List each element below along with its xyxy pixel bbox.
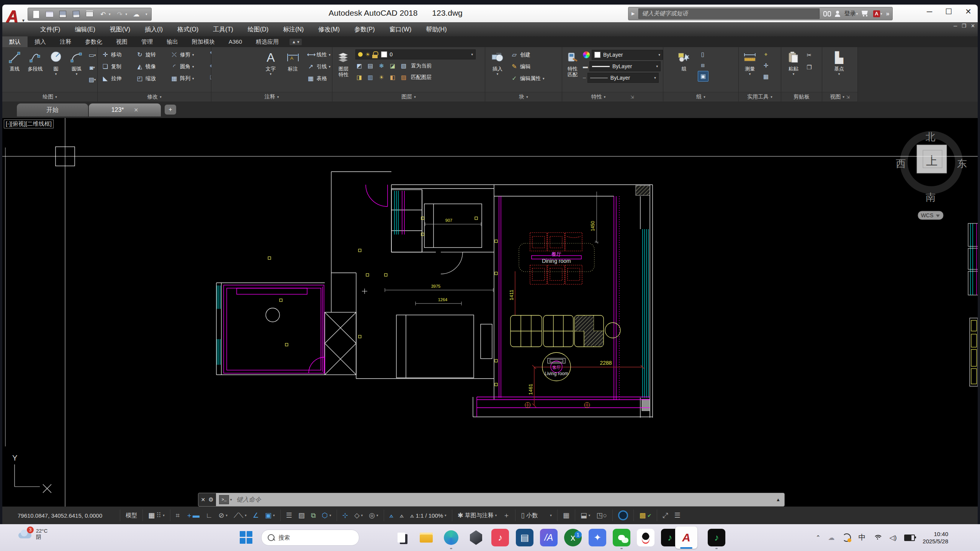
object-snap-tracking-button[interactable]: ∠ [250, 511, 262, 520]
command-dock-grip[interactable]: ✕ ⚙ [198, 493, 216, 506]
cloud-tool-button[interactable]: ☁ [132, 10, 141, 18]
menu-parametric[interactable]: 参数(P) [347, 22, 382, 36]
gizmo-button[interactable]: ◎▾ [366, 511, 381, 520]
help-search-input[interactable]: 键入关键字或短语 [638, 8, 820, 19]
close-button[interactable]: ✕ [965, 7, 972, 16]
measure-dropdown-icon[interactable]: ▾ [749, 72, 751, 76]
open-file-button[interactable] [45, 10, 54, 18]
signin-dropdown-icon[interactable]: ▾ [856, 12, 858, 16]
file-tab-close-icon[interactable]: ✕ [134, 107, 139, 113]
menu-dimension[interactable]: 标注(N) [276, 22, 311, 36]
doc-restore-icon[interactable]: ❐ [962, 23, 966, 29]
ime-indicator[interactable]: 中 [859, 533, 866, 543]
dynamic-input-button[interactable]: ＋▬ [183, 511, 203, 520]
arc-dropdown-icon[interactable]: ▾ [76, 72, 78, 76]
panel-label-layers[interactable]: 图层▾ [332, 92, 485, 102]
music-downloader2-icon[interactable]: ♪ [708, 529, 725, 546]
redo-dropdown-icon[interactable]: ▾ [126, 12, 128, 16]
doc-minimize-icon[interactable]: ─ [954, 23, 957, 29]
snap-mode-button[interactable]: ⌗ [173, 512, 183, 520]
search-binoculars-icon[interactable] [823, 11, 831, 16]
onedrive-cloud-icon[interactable]: ☁ [828, 534, 835, 542]
ribbon-tab-annotate[interactable]: 注释 [53, 36, 78, 47]
wechat-icon[interactable] [613, 529, 630, 546]
annotation-scale-button[interactable]: ⟑1:1 / 100%▾ [407, 512, 449, 520]
search-expand-icon[interactable]: ▶ [632, 11, 635, 16]
ribbon-tab-parametric[interactable]: 参数化 [78, 36, 109, 47]
clock-display[interactable]: 10:40 2025/5/28 [923, 530, 948, 545]
undo-button[interactable]: ↶ [99, 10, 107, 18]
undo-dropdown-icon[interactable]: ▾ [109, 12, 111, 16]
fillet-button[interactable]: ◜圆角▾ [169, 61, 207, 72]
panel-label-properties[interactable]: 特性▾⇲ [562, 92, 663, 102]
autodesk-exchange-icon[interactable]: A [873, 10, 880, 17]
arc-button[interactable]: 圆弧 ▾ [67, 49, 87, 76]
rotate-button[interactable]: ↻旋转 [134, 49, 169, 61]
linear-dim-button[interactable]: ⟷线性▾ [305, 49, 332, 61]
annotation-monitor-button[interactable]: ＋ [500, 511, 513, 520]
menu-window[interactable]: 窗口(W) [382, 22, 419, 36]
view-expander-icon[interactable]: ⇲ [846, 95, 850, 100]
edit-attributes-button[interactable]: ✓编辑属性▾ [509, 72, 546, 84]
panel-label-block[interactable]: 块▾ [485, 92, 562, 102]
menu-format[interactable]: 格式(O) [170, 22, 206, 36]
command-wrench-icon[interactable]: ⚙ [208, 496, 213, 503]
file-explorer-icon[interactable] [417, 529, 435, 546]
edge-browser-icon[interactable] [442, 529, 460, 546]
ribbon-tab-home[interactable]: 默认 [2, 36, 28, 47]
transparency-button[interactable]: ▨ [295, 511, 308, 520]
battery-icon[interactable] [904, 535, 915, 541]
cut-scissors-icon[interactable]: ✂ [804, 50, 814, 60]
layer-isolate-icon[interactable]: ◩ [355, 61, 363, 71]
layer-freeze-icon[interactable]: ❄ [378, 61, 385, 71]
stretch-button[interactable]: ◣拉伸 [100, 72, 134, 84]
menu-draw[interactable]: 绘图(D) [241, 22, 276, 36]
text-dropdown-icon[interactable]: ▾ [270, 72, 272, 76]
xbox-icon[interactable]: x1 [564, 529, 582, 546]
layer-lock-icon[interactable]: ◪ [389, 61, 396, 71]
leader-button[interactable]: ↗引线▾ [305, 61, 332, 72]
ribbon-tab-manage[interactable]: 管理 [134, 36, 160, 47]
insert-block-button[interactable]: 插入 ▾ [488, 49, 507, 76]
volume-icon[interactable]: ◁) [890, 534, 897, 542]
qq-icon[interactable] [637, 529, 654, 546]
layer-prev-icon[interactable]: ▥ [366, 72, 374, 82]
circle-button[interactable]: 圆 ▾ [46, 49, 66, 76]
table-button[interactable]: ▦表格 [305, 72, 332, 84]
autocad-app-menu-button[interactable]: A [2, 5, 22, 28]
object-snap-button[interactable]: ▣▾ [262, 511, 278, 520]
layer-select-combo[interactable]: ☀ 0 ▾ [355, 49, 476, 59]
autocad-taskbar-icon[interactable]: A [677, 529, 695, 546]
paste-button[interactable]: 粘贴 ▾ [784, 49, 803, 76]
panel-label-draw[interactable]: 绘图▾ [2, 92, 97, 102]
quick-properties-button[interactable]: ▦ [560, 511, 573, 520]
text-button[interactable]: A 文字 ▾ [261, 49, 280, 76]
ribbon-tab-a360[interactable]: A360 [222, 36, 249, 47]
isolate-objects-button[interactable]: ◳○ [593, 511, 610, 520]
ribbon-tab-addins[interactable]: 附加模块 [185, 36, 222, 47]
panel-label-clipboard[interactable]: 剪贴板 [781, 92, 822, 102]
menu-modify[interactable]: 修改(M) [311, 22, 347, 36]
copy-clip-icon[interactable]: ❐ [804, 62, 814, 72]
command-input[interactable]: 键入命令 [237, 496, 261, 504]
ribbon-tab-featured-apps[interactable]: 精选应用 [249, 36, 286, 47]
lock-ui-button[interactable]: ⬓▾ [578, 511, 594, 520]
measure-button[interactable]: 测量 ▾ [740, 49, 759, 76]
wifi-icon[interactable] [874, 535, 882, 541]
clean-screen-button[interactable]: ⤢ [659, 512, 671, 520]
grid-display-button[interactable]: ▦⠿▾ [145, 511, 168, 520]
copy-button[interactable]: ❏复制 [100, 61, 134, 72]
ribbon-tab-output[interactable]: 输出 [160, 36, 185, 47]
line-button[interactable]: 直线 [5, 49, 25, 72]
base-view-button[interactable]: ▙ 基点 ▾ [829, 49, 849, 76]
3d-viewer-icon[interactable] [467, 529, 485, 546]
drawing-canvas[interactable]: [-][俯视][二维线框] [2, 118, 978, 507]
file-tab-start[interactable]: 开始 [17, 103, 88, 116]
qat-customize-icon[interactable]: ▾ [146, 12, 147, 16]
lineweight-combo[interactable]: ByLayer▾ [589, 61, 661, 71]
command-history-up-icon[interactable]: ▲ [776, 497, 780, 502]
layer-unisolate-icon[interactable]: ◨ [355, 72, 363, 82]
workspace-switching-button[interactable]: ✱草图与注释▾ [455, 511, 500, 520]
ungroup-icon[interactable]: ▯ [698, 49, 708, 59]
linetype-combo[interactable]: ByLayer▾ [587, 73, 659, 83]
